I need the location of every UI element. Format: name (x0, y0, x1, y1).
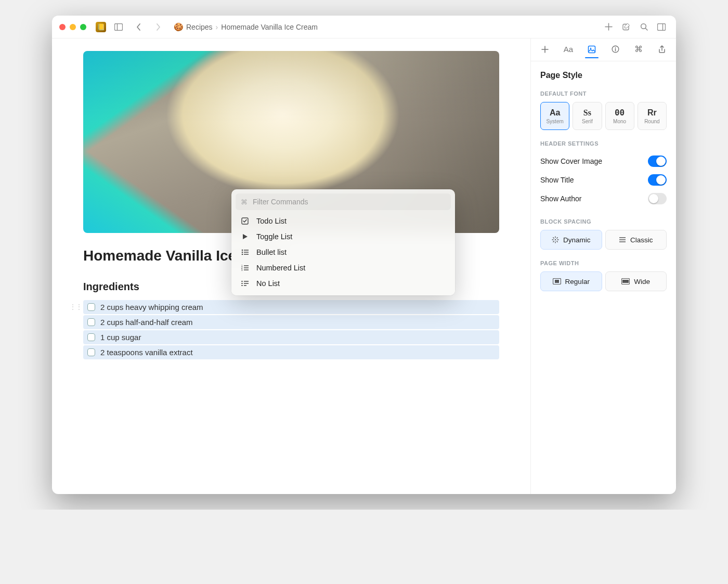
breadcrumb-parent-label: Recipes (186, 23, 213, 31)
command-item-label: Bullet list (256, 248, 287, 256)
checkbox-list-icon (241, 217, 249, 225)
todo-item-text: 2 teaspoons vanilla extract (100, 348, 193, 357)
font-sample: Rr (647, 108, 657, 118)
svg-rect-26 (589, 46, 595, 53)
inspector-tab-text[interactable]: Aa (560, 41, 577, 59)
toggle-panel-button[interactable] (654, 20, 669, 34)
width-option-label: Regular (565, 278, 590, 285)
command-item-label: Todo List (256, 217, 287, 225)
svg-rect-46 (622, 280, 629, 283)
svg-rect-44 (555, 280, 559, 283)
zoom-window-button[interactable] (80, 24, 86, 30)
todo-item[interactable]: 2 teaspoons vanilla extract (83, 345, 499, 359)
block-spacing-label: BLOCK SPACING (540, 218, 667, 225)
svg-line-4 (645, 28, 647, 30)
toggle-sidebar-button[interactable] (111, 20, 126, 34)
todo-item[interactable]: 2 cups heavy whipping cream (83, 300, 499, 314)
inspector-tab-info[interactable] (606, 41, 624, 59)
font-option-serif[interactable]: Ss Serif (573, 102, 602, 130)
chevron-right-icon: › (216, 23, 218, 31)
command-item-label: Numbered List (256, 264, 305, 272)
inspector-body: Page Style DEFAULT FONT Aa System Ss Ser… (531, 61, 676, 494)
toggle-show-author: Show Author (540, 189, 667, 208)
minimize-window-button[interactable] (70, 24, 76, 30)
command-key-icon: ⌘ (241, 198, 248, 206)
inspector-tab-insert[interactable] (536, 41, 554, 59)
breadcrumb-current[interactable]: Homemade Vanilla Ice Cream (221, 23, 318, 31)
font-sample: Aa (550, 108, 560, 118)
spacing-option-dynamic[interactable]: Dynamic (540, 230, 602, 250)
inspector-tab-shortcuts[interactable]: ⌘ (630, 41, 647, 59)
inspector-tab-share[interactable] (653, 41, 671, 59)
command-filter-input[interactable]: ⌘ Filter Commands (236, 193, 451, 210)
width-option-label: Wide (634, 278, 650, 285)
no-list-icon (241, 280, 249, 287)
command-item-todo-list[interactable]: Todo List (236, 213, 451, 229)
nav-forward-button[interactable] (151, 20, 165, 34)
close-window-button[interactable] (59, 24, 66, 30)
traffic-lights (59, 24, 86, 30)
toggle-label: Show Cover Image (540, 157, 602, 165)
wide-width-icon (621, 278, 630, 284)
spacing-option-label: Classic (630, 236, 653, 244)
bullet-list-icon (241, 249, 249, 255)
font-sample: 00 (615, 108, 625, 118)
window-body: Homemade Vanilla Ice Cream Ingredients ⋮… (52, 38, 676, 494)
width-option-regular[interactable]: Regular (540, 271, 602, 291)
todo-item[interactable]: 2 cups half-and-half cream (83, 315, 499, 329)
checkbox-icon[interactable] (87, 348, 95, 356)
switch-show-cover[interactable] (648, 155, 667, 167)
command-item-label: No List (256, 279, 280, 288)
dynamic-spacing-icon (552, 236, 559, 243)
search-button[interactable] (636, 20, 651, 34)
command-item-bullet-list[interactable]: Bullet list (236, 244, 451, 260)
switch-show-author[interactable] (648, 193, 667, 204)
toggle-label: Show Author (540, 194, 581, 203)
todo-item-text: 1 cup sugar (100, 333, 141, 342)
numbered-list-icon: 123 (241, 265, 249, 271)
command-palette: ⌘ Filter Commands Todo List Toggle List (231, 189, 455, 295)
breadcrumb-parent[interactable]: 🍪 Recipes (174, 22, 213, 32)
block-spacing-group: Dynamic Classic (540, 230, 667, 250)
font-option-round[interactable]: Rr Round (638, 102, 667, 130)
font-option-mono[interactable]: 00 Mono (605, 102, 634, 130)
cookie-icon: 🍪 (174, 22, 184, 32)
inspector-sidebar: Aa ⌘ Page Style DEFAULT FONT Aa (530, 38, 676, 494)
compose-button[interactable] (619, 20, 633, 34)
svg-line-39 (553, 241, 554, 242)
spacing-option-classic[interactable]: Classic (605, 230, 667, 250)
command-item-toggle-list[interactable]: Toggle List (236, 229, 451, 244)
page-width-group: Regular Wide (540, 271, 667, 291)
nav-back-button[interactable] (131, 20, 146, 34)
svg-point-12 (242, 254, 243, 255)
checkbox-icon[interactable] (87, 333, 95, 341)
default-font-label: DEFAULT FONT (540, 90, 667, 97)
page-width-label: PAGE WIDTH (540, 260, 667, 266)
new-page-button[interactable] (601, 20, 616, 34)
spacing-option-label: Dynamic (563, 236, 591, 244)
toggle-show-title: Show Title (540, 171, 667, 189)
font-option-system[interactable]: Aa System (540, 102, 569, 130)
drag-handle-icon[interactable]: ⋮⋮ (70, 303, 82, 310)
checkbox-icon[interactable] (87, 303, 95, 311)
command-item-label: Toggle List (256, 232, 292, 241)
command-item-numbered-list[interactable]: 123 Numbered List (236, 260, 451, 276)
svg-line-36 (553, 238, 554, 238)
app-icon: 📒 (96, 22, 106, 32)
font-label: Mono (613, 119, 626, 124)
switch-show-title[interactable] (648, 174, 667, 186)
classic-spacing-icon (619, 237, 626, 243)
inspector-tab-page-style[interactable] (583, 41, 601, 59)
todo-item-text: 2 cups half-and-half cream (100, 318, 193, 327)
font-label: Serif (582, 119, 593, 124)
command-filter-placeholder: Filter Commands (253, 198, 308, 206)
command-item-no-list[interactable]: No List (236, 276, 451, 291)
breadcrumb: 🍪 Recipes › Homemade Vanilla Ice Cream (174, 22, 318, 32)
editor-area[interactable]: Homemade Vanilla Ice Cream Ingredients ⋮… (52, 38, 530, 494)
todo-item[interactable]: 1 cup sugar (83, 330, 499, 344)
checkbox-icon[interactable] (87, 318, 95, 326)
width-option-wide[interactable]: Wide (605, 271, 667, 291)
font-label: Round (644, 119, 659, 124)
font-sample: Ss (583, 108, 591, 118)
svg-text:3: 3 (241, 269, 243, 271)
